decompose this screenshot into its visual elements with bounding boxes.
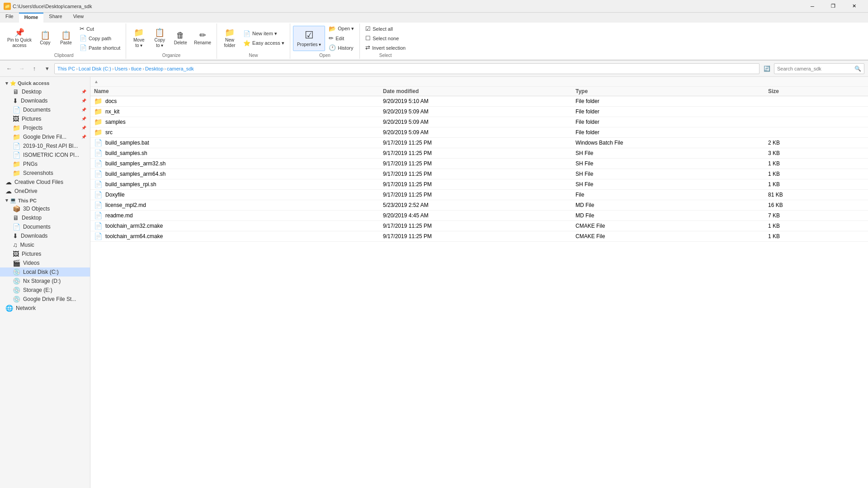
sidebar-item-pictures-pc[interactable]: 🖼 Pictures (0, 249, 90, 258)
refresh-button[interactable]: 🔄 (761, 63, 772, 74)
copy-button[interactable]: 📋 Copy (35, 27, 55, 50)
sidebar-item-music-pc[interactable]: ♫ Music (0, 240, 90, 249)
table-row[interactable]: 📁 src 9/20/2019 5:09 AM File folder (90, 127, 868, 138)
rename-icon: ✏ (199, 31, 206, 39)
paste-button[interactable]: 📋 Paste (56, 27, 76, 50)
table-row[interactable]: 📄 readme.md 9/20/2019 4:45 AM MD File 7 … (90, 211, 868, 221)
sidebar-item-local-disk-c[interactable]: 💿 Local Disk (C:) (0, 267, 90, 277)
recent-locations-button[interactable]: ▾ (42, 63, 52, 74)
file-type: MD File (576, 202, 768, 208)
sidebar-item-pictures-qa[interactable]: 🖼 Pictures 📌 (0, 114, 90, 123)
table-row[interactable]: 📄 license_mpl2.md 5/23/2019 2:52 AM MD F… (90, 200, 868, 211)
forward-button[interactable]: → (16, 63, 27, 74)
table-row[interactable]: 📄 build_samples_arm64.sh 9/17/2019 11:25… (90, 169, 868, 179)
address-bar[interactable]: This PC › Local Disk (C:) › Users › tluc… (54, 63, 760, 74)
copy-to-button[interactable]: 📋 Copyto ▾ (150, 27, 170, 50)
sidebar-item-rest-api-qa[interactable]: 📄 2019-10_Rest API Bl... (0, 141, 90, 150)
file-type: File folder (576, 119, 768, 125)
sidebar-item-documents-pc[interactable]: 📄 Documents (0, 222, 90, 231)
copy-path-icon: 📄 (80, 35, 87, 42)
tab-view[interactable]: View (68, 13, 90, 23)
sidebar-label-projects-qa: Projects (23, 125, 42, 131)
easy-access-button[interactable]: ⭐ Easy access ▾ (241, 39, 287, 47)
table-row[interactable]: 📄 toolchain_arm64.cmake 9/17/2019 11:25 … (90, 231, 868, 242)
table-row[interactable]: 📄 build_samples_arm32.sh 9/17/2019 11:25… (90, 159, 868, 169)
sidebar-item-nx-storage-d[interactable]: 💿 Nx Storage (D:) (0, 277, 90, 286)
sidebar-item-projects-qa[interactable]: 📁 Projects 📌 (0, 123, 90, 132)
sidebar-item-screenshots-qa[interactable]: 📁 Screenshots (0, 169, 90, 178)
up-button[interactable]: ↑ (29, 63, 40, 74)
sidebar-item-creative-cloud[interactable]: ☁ Creative Cloud Files (0, 178, 90, 187)
cut-icon: ✂ (80, 25, 85, 32)
sidebar-item-downloads-qa[interactable]: ⬇ Downloads 📌 (0, 96, 90, 105)
sidebar-item-isometric-qa[interactable]: 📄 ISOMETRIC ICON Pl... (0, 150, 90, 160)
ribbon-group-new: 📁 Newfolder 📄 New item ▾ ⭐ Easy access ▾… (217, 23, 290, 59)
sidebar-item-3d-objects[interactable]: 📦 3D Objects (0, 204, 90, 213)
sidebar-item-google-drive-qa[interactable]: 📁 Google Drive Fil... 📌 (0, 132, 90, 141)
move-to-button[interactable]: 📁 Moveto ▾ (129, 27, 149, 50)
sidebar-item-downloads-pc[interactable]: ⬇ Downloads (0, 231, 90, 240)
header-name[interactable]: Name (94, 88, 383, 94)
sidebar-item-desktop-qa[interactable]: 🖥 Desktop 📌 (0, 87, 90, 96)
pin-to-quick-access-button[interactable]: 📌 Pin to Quickaccess (5, 27, 34, 50)
sidebar-item-pngs-qa[interactable]: 📁 PNGs (0, 160, 90, 169)
paste-shortcut-button[interactable]: 📄 Paste shortcut (77, 43, 123, 52)
tab-home[interactable]: Home (19, 13, 44, 23)
invert-selection-button[interactable]: ⇄ Invert selection (363, 43, 408, 52)
breadcrumb-desktop[interactable]: Desktop (145, 66, 163, 71)
sidebar-item-network[interactable]: 🌐 Network (0, 304, 90, 313)
tab-share[interactable]: Share (43, 13, 67, 23)
sidebar-item-storage-e[interactable]: 💿 Storage (E:) (0, 286, 90, 295)
table-row[interactable]: 📁 nx_kit 9/20/2019 5:09 AM File folder (90, 107, 868, 117)
search-bar[interactable]: 🔍 (774, 63, 864, 74)
table-row[interactable]: 📄 build_samples.sh 9/17/2019 11:25 PM SH… (90, 148, 868, 159)
sidebar-label-documents-qa: Documents (23, 107, 51, 113)
edit-button[interactable]: ✏ Edit (326, 34, 357, 42)
file-type: File folder (576, 129, 768, 136)
table-row[interactable]: 📄 toolchain_arm32.cmake 9/17/2019 11:25 … (90, 221, 868, 231)
table-row[interactable]: 📄 build_samples_rpi.sh 9/17/2019 11:25 P… (90, 179, 868, 190)
header-date[interactable]: Date modified (383, 88, 576, 94)
restore-button[interactable]: ❐ (823, 0, 844, 13)
table-row[interactable]: 📁 docs 9/20/2019 5:10 AM File folder (90, 96, 868, 107)
sidebar-item-google-drive-fs[interactable]: 💿 Google Drive File St... (0, 295, 90, 304)
quick-access-section[interactable]: ▾ ⭐ Quick access (0, 79, 90, 87)
rename-button[interactable]: ✏ Rename (191, 27, 214, 50)
google-drive-icon: 📁 (13, 133, 20, 141)
new-folder-button[interactable]: 📁 Newfolder (220, 27, 240, 50)
sidebar-item-videos-pc[interactable]: 🎬 Videos (0, 258, 90, 267)
sidebar-item-onedrive[interactable]: ☁ OneDrive (0, 187, 90, 196)
table-row[interactable]: 📄 Doxyfile 9/17/2019 11:25 PM File 81 KB (90, 190, 868, 200)
pictures-icon: 🖼 (13, 115, 19, 122)
copy-path-button[interactable]: 📄 Copy path (77, 34, 123, 42)
open-button[interactable]: 📂 Open ▾ (326, 24, 357, 33)
tab-file[interactable]: File (0, 13, 19, 23)
sidebar-item-documents-qa[interactable]: 📄 Documents 📌 (0, 105, 90, 114)
title-bar-left: 📁 C:\Users\tluce\Desktop\camera_sdk (4, 3, 92, 10)
cut-button[interactable]: ✂ Cut (77, 24, 123, 33)
new-item-button[interactable]: 📄 New item ▾ (241, 29, 287, 38)
select-none-button[interactable]: ☐ Select none (363, 34, 408, 42)
table-row[interactable]: 📁 samples 9/20/2019 5:09 AM File folder (90, 117, 868, 127)
file-type: SH File (576, 171, 768, 177)
breadcrumb-this-pc[interactable]: This PC (57, 66, 75, 71)
delete-button[interactable]: 🗑 Delete (170, 27, 190, 50)
select-label: Select (363, 52, 408, 58)
table-row[interactable]: 📄 build_samples.bat 9/17/2019 11:25 PM W… (90, 138, 868, 148)
back-button[interactable]: ← (4, 63, 14, 74)
breadcrumb-local-disk[interactable]: Local Disk (C:) (79, 66, 111, 71)
header-size[interactable]: Size (768, 88, 864, 94)
sidebar-item-desktop-pc[interactable]: 🖥 Desktop (0, 213, 90, 222)
select-all-button[interactable]: ☑ Select all (363, 24, 408, 33)
breadcrumb-tluce[interactable]: tluce (131, 66, 142, 71)
close-button[interactable]: ✕ (844, 0, 864, 13)
search-input[interactable] (777, 66, 853, 71)
history-button[interactable]: 🕐 History (326, 43, 357, 52)
breadcrumb-camera-sdk[interactable]: camera_sdk (167, 66, 194, 71)
breadcrumb-users[interactable]: Users (115, 66, 128, 71)
header-type[interactable]: Type (576, 88, 768, 94)
minimize-button[interactable]: ─ (802, 0, 823, 13)
this-pc-section[interactable]: ▾ 💻 This PC (0, 196, 90, 204)
copy-to-icon: 📋 (155, 28, 165, 37)
properties-button[interactable]: ☑ Properties ▾ (293, 26, 325, 51)
